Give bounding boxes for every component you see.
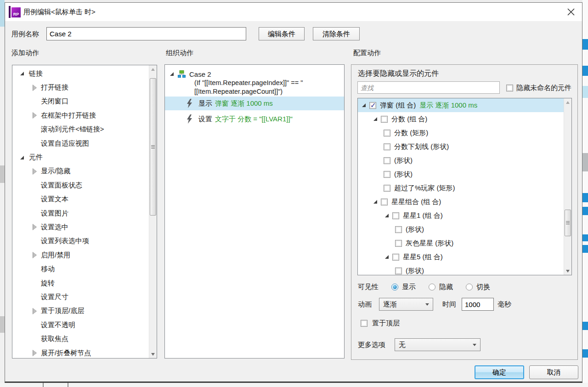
expand-icon[interactable] <box>19 154 28 161</box>
widget-checkbox[interactable] <box>395 226 402 233</box>
tree-row[interactable]: 分数 (矩形) <box>358 126 571 140</box>
more-options-dropdown[interactable]: 无 <box>395 338 481 351</box>
widget-checkbox[interactable] <box>395 240 402 247</box>
action-category[interactable]: 链接 <box>12 67 148 80</box>
case-node[interactable]: Case 2 <box>165 68 344 80</box>
widget-checkbox[interactable] <box>384 130 390 137</box>
action-item[interactable]: 设置自适应视图 <box>12 137 148 150</box>
widget-checkbox[interactable] <box>395 267 402 274</box>
expand-icon[interactable] <box>384 253 392 261</box>
action-item[interactable]: 启用/禁用 <box>12 248 148 262</box>
action-item[interactable]: 旋转 <box>12 276 148 290</box>
collapse-icon[interactable] <box>31 168 40 175</box>
action-item[interactable]: 获取焦点 <box>12 332 148 346</box>
action-item[interactable]: 设置文本 <box>12 193 148 206</box>
widget-checkbox[interactable] <box>369 102 376 109</box>
collapse-icon[interactable] <box>31 84 40 91</box>
cancel-button[interactable]: 取消 <box>529 365 578 379</box>
action-item[interactable]: 设置不透明 <box>12 318 148 332</box>
collapse-icon[interactable] <box>31 349 40 357</box>
widget-checkbox[interactable] <box>384 143 390 150</box>
tree-row[interactable]: (形状) <box>358 167 571 181</box>
radio-show[interactable]: 显示 <box>391 283 416 291</box>
action-category[interactable]: 元件 <box>12 150 148 164</box>
organize-action-row[interactable]: 显示 弹窗 逐渐 1000 ms <box>165 97 344 110</box>
expand-icon[interactable] <box>361 102 369 109</box>
action-item[interactable]: 设置选中 <box>12 220 148 234</box>
tree-row[interactable]: 弹窗 (组 合) 显示 逐渐 1000 ms <box>358 98 571 112</box>
tree-row[interactable]: (形状) <box>358 264 571 275</box>
widget-tree-scrollbar[interactable] <box>564 98 571 275</box>
tree-row[interactable]: 分数 (组 合) <box>358 112 571 126</box>
scrollbar-thumb[interactable] <box>150 78 156 216</box>
hide-unnamed-checkbox[interactable] <box>506 85 513 91</box>
widget-checkbox[interactable] <box>381 116 388 123</box>
case-name-input[interactable] <box>46 27 246 40</box>
radio-hide[interactable]: 隐藏 <box>429 283 453 291</box>
action-item[interactable]: 置于顶层/底层 <box>12 304 148 318</box>
expand-icon[interactable] <box>372 198 381 205</box>
tree-row[interactable]: 分数下划线 (形状) <box>358 140 571 154</box>
collapse-icon[interactable] <box>31 251 40 259</box>
scrollbar-thumb[interactable] <box>565 210 571 236</box>
tree-row[interactable]: 超过了%玩家 (矩形) <box>358 181 571 195</box>
collapse-icon[interactable] <box>31 112 40 119</box>
action-item[interactable]: 打开链接 <box>12 80 148 94</box>
action-detail: 文字于 分数 = "[[LVAR1]]" <box>215 115 293 124</box>
action-item[interactable]: 设置列表选中项 <box>12 234 148 248</box>
search-input[interactable] <box>357 81 500 94</box>
time-input[interactable] <box>462 298 494 311</box>
radio-toggle[interactable]: 切换 <box>466 283 490 291</box>
edit-condition-button[interactable]: 编辑条件 <box>259 27 305 40</box>
action-item[interactable]: 移动 <box>12 262 148 276</box>
radio-icon[interactable] <box>466 284 473 290</box>
add-actions-scrollbar[interactable] <box>149 65 157 358</box>
widget-checkbox[interactable] <box>384 171 390 178</box>
collapse-icon[interactable] <box>31 223 40 231</box>
scroll-up-icon[interactable] <box>564 98 572 106</box>
widget-checkbox[interactable] <box>384 157 390 164</box>
radio-icon[interactable] <box>391 284 398 290</box>
action-item[interactable]: 设置图片 <box>12 206 148 220</box>
action-item[interactable]: 在框架中打开链接 <box>12 108 148 122</box>
scroll-down-icon[interactable] <box>149 350 157 358</box>
scroll-up-icon[interactable] <box>149 65 157 73</box>
scroll-down-icon[interactable] <box>564 267 572 275</box>
tree-row[interactable]: 星星5 (组 合) <box>358 250 571 264</box>
tree-row[interactable]: 星星组合 (组 合) <box>358 195 571 209</box>
select-widgets-title: 选择要隐藏或显示的元件 <box>358 69 439 79</box>
close-icon[interactable] <box>566 7 576 17</box>
dialog-titlebar: RP 用例编辑<鼠标单击 时> <box>5 3 582 21</box>
case-editor-dialog: RP 用例编辑<鼠标单击 时> 用例名称 编辑条件 清除条件 添加动作 组织动作… <box>5 2 582 383</box>
widget-checkbox[interactable] <box>392 254 399 261</box>
tree-row[interactable]: (形状) <box>358 154 571 167</box>
organize-action-row[interactable]: 设置 文字于 分数 = "[[LVAR1]]" <box>165 112 344 126</box>
bring-to-front-option[interactable]: 置于顶层 <box>361 319 400 328</box>
clear-condition-button[interactable]: 清除条件 <box>313 27 360 40</box>
tree-row[interactable]: (形状) <box>358 222 571 236</box>
widget-checkbox[interactable] <box>384 185 390 192</box>
widget-checkbox[interactable] <box>381 199 388 205</box>
expand-icon[interactable] <box>169 70 178 78</box>
action-detail: 弹窗 逐渐 1000 ms <box>215 99 273 108</box>
widget-checkbox[interactable] <box>392 212 399 219</box>
action-item[interactable]: 显示/隐藏 <box>12 165 148 178</box>
action-item[interactable]: 展开/折叠树节点 <box>12 346 148 359</box>
expand-icon[interactable] <box>372 115 381 123</box>
bring-to-front-checkbox[interactable] <box>361 320 368 327</box>
radio-icon[interactable] <box>429 284 435 290</box>
ok-button[interactable]: 确定 <box>475 365 524 379</box>
expand-icon[interactable] <box>384 212 392 219</box>
animation-dropdown[interactable]: 逐渐 <box>379 298 433 311</box>
action-item[interactable]: 设置尺寸 <box>12 290 148 304</box>
expand-icon[interactable] <box>19 70 28 77</box>
action-item[interactable]: 关闭窗口 <box>12 95 148 108</box>
tree-row[interactable]: 星星1 (组 合) <box>358 209 571 222</box>
time-unit-label: 毫秒 <box>498 300 511 309</box>
tree-row[interactable]: 灰色星星 (形状) <box>358 236 571 250</box>
action-item[interactable]: 滚动到元件<锚链接> <box>12 123 148 137</box>
collapse-icon[interactable] <box>31 307 40 315</box>
dialog-title: 用例编辑<鼠标单击 时> <box>23 8 96 17</box>
time-label: 时间 <box>442 300 456 309</box>
action-item[interactable]: 设置面板状态 <box>12 178 148 192</box>
